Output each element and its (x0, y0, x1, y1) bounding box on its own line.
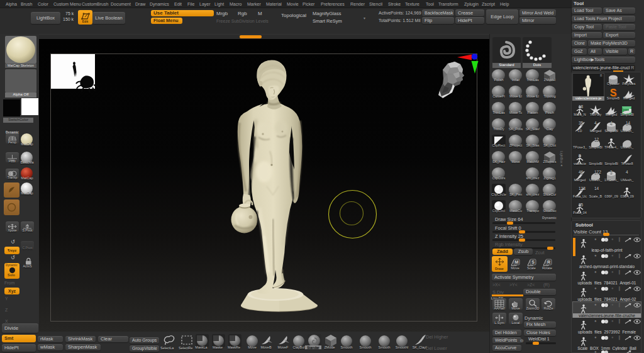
svg-text:S: S (531, 260, 535, 264)
svg-text:M: M (515, 260, 519, 264)
svg-text:R: R (547, 260, 550, 264)
svg-text:Edit: Edit (82, 20, 89, 23)
